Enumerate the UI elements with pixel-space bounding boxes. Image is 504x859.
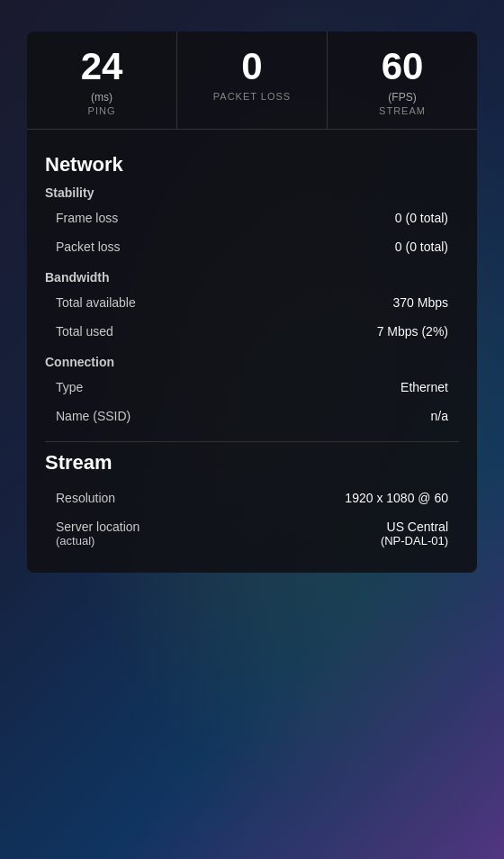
ping-value: 24	[36, 48, 167, 86]
resolution-label: Resolution	[56, 491, 115, 505]
total-available-value: 370 Mbps	[393, 295, 448, 310]
total-used-value: 7 Mbps (2%)	[377, 324, 448, 339]
packet-loss-row-value: 0 (0 total)	[395, 240, 448, 254]
stability-title: Stability	[45, 185, 459, 200]
connection-name-value: n/a	[431, 409, 448, 423]
connection-name-row: Name (SSID) n/a	[45, 402, 459, 430]
connection-name-label: Name (SSID)	[56, 409, 130, 423]
connection-title: Connection	[45, 355, 459, 369]
fps-stat: 60 (FPS) STREAM	[328, 32, 477, 129]
network-section: Network Stability Frame loss 0 (0 total)…	[27, 130, 477, 555]
fps-value: 60	[337, 48, 468, 86]
packet-loss-value: 0	[186, 48, 318, 86]
packet-loss-stat: 0 PACKET LOSS	[177, 32, 328, 129]
server-location-row: Server location (actual) US Central (NP-…	[45, 512, 459, 555]
bandwidth-title: Bandwidth	[45, 270, 459, 285]
frame-loss-label: Frame loss	[56, 211, 118, 225]
packet-loss-row: Packet loss 0 (0 total)	[45, 232, 459, 261]
frame-loss-row: Frame loss 0 (0 total)	[45, 203, 459, 232]
ping-label: PING	[36, 105, 167, 116]
connection-type-label: Type	[56, 380, 83, 394]
stream-title: Stream	[45, 451, 459, 475]
fps-label: STREAM	[337, 105, 468, 116]
network-title: Network	[45, 153, 459, 176]
total-available-row: Total available 370 Mbps	[45, 288, 459, 317]
server-location-value: US Central (NP-DAL-01)	[381, 520, 448, 547]
stats-panel: 24 (ms) PING 0 PACKET LOSS 60 (FPS) STRE…	[27, 32, 477, 573]
connection-type-row: Type Ethernet	[45, 373, 459, 402]
total-available-label: Total available	[56, 295, 136, 310]
fps-unit: (FPS)	[337, 91, 468, 104]
connection-type-value: Ethernet	[400, 380, 448, 394]
packet-loss-label: PACKET LOSS	[186, 91, 318, 102]
ping-unit: (ms)	[36, 91, 167, 104]
packet-loss-row-label: Packet loss	[56, 240, 121, 254]
ping-stat: 24 (ms) PING	[27, 32, 177, 129]
frame-loss-value: 0 (0 total)	[395, 211, 448, 225]
stats-bar: 24 (ms) PING 0 PACKET LOSS 60 (FPS) STRE…	[27, 32, 477, 130]
section-divider	[45, 441, 459, 442]
total-used-row: Total used 7 Mbps (2%)	[45, 317, 459, 346]
server-location-label: Server location (actual)	[56, 520, 140, 547]
resolution-value: 1920 x 1080 @ 60	[345, 491, 448, 505]
total-used-label: Total used	[56, 324, 113, 339]
resolution-row: Resolution 1920 x 1080 @ 60	[45, 484, 459, 512]
